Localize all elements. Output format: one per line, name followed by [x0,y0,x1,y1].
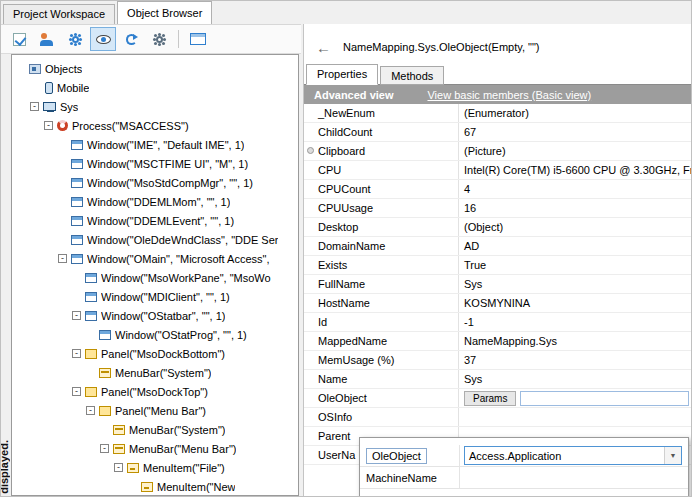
combobox-value: Access.Application [465,447,664,464]
property-value: Params [459,389,691,407]
tree-item[interactable]: Window("OStatProg", "", 1) [12,325,298,344]
tree-item[interactable]: -Window("OStatbar", "", 1) [12,306,298,325]
tab-object-browser[interactable]: Object Browser [117,1,212,24]
tree-item[interactable]: Window("MsoWorkPane", "MsoWo [12,268,298,287]
property-row[interactable]: _NewEnum(Enumerator) [304,104,691,123]
window-icon [71,235,83,245]
map-objects-button[interactable] [34,27,60,51]
property-value: (Picture) [459,142,691,160]
property-row[interactable]: CPUCount4 [304,180,691,199]
tree-item[interactable]: -Sys [12,97,298,116]
panel-icon [85,349,97,359]
property-row[interactable]: Desktop(Object) [304,218,691,237]
panel-icon [99,406,111,416]
expander-icon[interactable]: - [72,311,81,320]
highlight-eye-button[interactable] [90,27,116,51]
property-row[interactable]: ChildCount67 [304,123,691,142]
expander-icon[interactable]: - [72,387,81,396]
params-button[interactable]: Params [464,391,516,406]
tree-item-label: Window("OleDdeWndClass", "DDE Ser [87,234,278,246]
tree-item[interactable]: MenuItem("New [12,477,298,496]
popup-row[interactable]: MachineName [360,467,688,489]
property-value: 4 [459,180,691,198]
tree-item[interactable]: Window("MDIClient", "", 1) [12,287,298,306]
property-value: Intel(R) Core(TM) i5-6600 CPU @ 3.30GHz,… [459,161,691,179]
property-row[interactable]: FullNameSys [304,275,691,294]
back-icon[interactable]: ← [316,39,331,56]
property-row[interactable]: MappedNameNameMapping.Sys [304,332,691,351]
tree-item[interactable]: Window("DDEMLMom", "", 1) [12,192,298,211]
checklist-button[interactable] [6,27,32,51]
popup-row[interactable]: OleObjectAccess.Application▼ [360,445,688,467]
tree-item[interactable]: MenuBar("System") [12,420,298,439]
property-row[interactable]: MemUsage (%)37 [304,351,691,370]
tab-properties[interactable]: Properties [306,64,378,85]
property-row[interactable]: ExistsTrue [304,256,691,275]
expander-icon[interactable]: - [114,463,123,472]
mobile-icon [45,82,53,94]
property-row[interactable]: CPUUsage16 [304,199,691,218]
property-value: -1 [459,313,691,331]
param-value-combobox[interactable]: Access.Application▼ [464,446,682,465]
property-row[interactable]: Id-1 [304,313,691,332]
chevron-down-icon[interactable]: ▼ [664,447,681,464]
property-row[interactable]: NameSys [304,370,691,389]
refresh-button[interactable] [118,27,144,51]
property-row[interactable]: OSInfo [304,408,691,427]
tree-item[interactable]: Window("OleDdeWndClass", "DDE Ser [12,230,298,249]
expander-icon[interactable]: - [58,254,67,263]
inspector-panel: ← NameMapping.Sys.OleObject(Empty, "") P… [303,24,691,496]
show-panel-button[interactable] [185,27,211,51]
settings-gear-button[interactable] [62,27,88,51]
property-value: KOSMYNINA [459,294,691,312]
tree-item[interactable]: Window("MsoStdCompMgr", "", 1) [12,173,298,192]
tree-item-label: MenuItem("File") [143,462,225,474]
docked-panel-caption[interactable]: displayed. [0,440,10,494]
tab-methods[interactable]: Methods [380,66,444,85]
tree-item[interactable]: -MenuItem("File") [12,458,298,477]
toolbar-separator [178,30,179,48]
tree-item-label: Panel("MsoDockBottom") [101,348,225,360]
property-value-text: NameMapping.Sys [464,335,557,347]
expander-icon[interactable]: - [86,406,95,415]
tree-item[interactable]: -Process("MSACCESS") [12,116,298,135]
tree-item[interactable]: MenuBar("System") [12,363,298,382]
tree-item[interactable]: -Window("OMain", "Microsoft Access", [12,249,298,268]
expander-icon[interactable]: - [100,444,109,453]
basic-view-link[interactable]: View basic members (Basic view) [427,89,591,101]
tree-item[interactable]: -Panel("MsoDockTop") [12,382,298,401]
menuitem-icon [141,482,153,492]
tree-item[interactable]: -MenuBar("Menu Bar") [12,439,298,458]
property-name: CPUUsage [304,199,459,217]
property-row[interactable]: Clipboard(Picture) [304,142,691,161]
menubar-icon [113,444,125,454]
property-row[interactable]: HostNameKOSMYNINA [304,294,691,313]
workspace-tabbar: Project WorkspaceObject Browser [1,1,691,24]
tab-project-workspace[interactable]: Project Workspace [3,4,115,24]
tree-item[interactable]: Mobile [12,78,298,97]
property-value [459,408,691,426]
expander-icon[interactable]: - [30,102,39,111]
tree-item[interactable]: -Panel("MsoDockBottom") [12,344,298,363]
tree-item[interactable]: -Panel("Menu Bar") [12,401,298,420]
property-row[interactable]: DomainNameAD [304,237,691,256]
expander-icon[interactable]: - [72,349,81,358]
inline-editor-field[interactable] [520,391,689,406]
property-row[interactable]: CPUIntel(R) Core(TM) i5-6600 CPU @ 3.30G… [304,161,691,180]
tree-item-label: Window("MsoWorkPane", "MsoWo [101,272,271,284]
tree-item[interactable]: Window("MSCTFIME UI", "M", 1) [12,154,298,173]
popup-param-label: OleObject [366,448,427,464]
checklist-icon [13,33,26,46]
popup-param-name: MachineName [360,467,460,488]
property-row[interactable]: OleObjectParams [304,389,691,408]
expander-icon[interactable]: - [44,121,53,130]
window-icon [85,292,97,302]
inspector-tabbar: PropertiesMethods [306,64,691,85]
property-name: Name [304,370,459,388]
tools-gear-button[interactable] [146,27,172,51]
tree-item[interactable]: Window("DDEMLEvent", "", 1) [12,211,298,230]
tree-item-label: Window("OMain", "Microsoft Access", [87,253,270,265]
tree-item[interactable]: Window("IME", "Default IME", 1) [12,135,298,154]
tree-item[interactable]: Objects [12,59,298,78]
object-browser-window: Project WorkspaceObject Browser displaye… [0,0,692,497]
